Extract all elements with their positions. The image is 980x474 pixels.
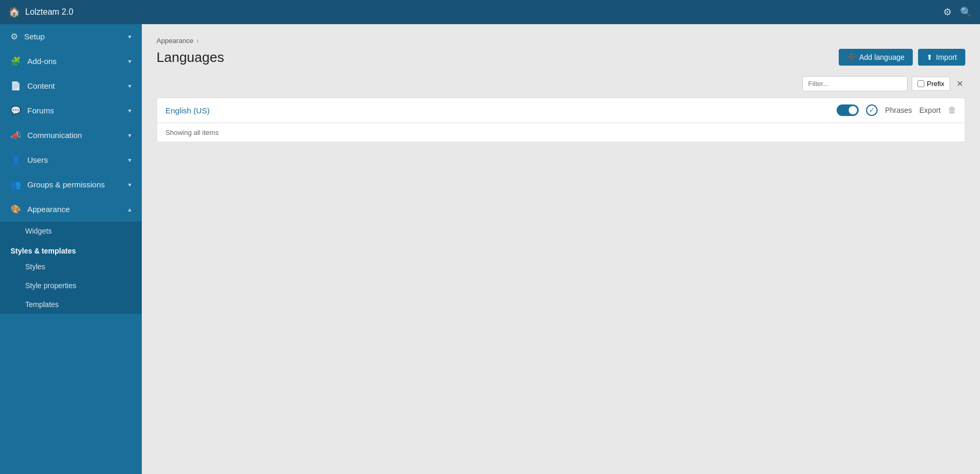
setup-icon: ⚙ (11, 31, 18, 41)
home-icon[interactable]: 🏠 (8, 6, 20, 18)
prefix-label: Prefix (927, 80, 944, 88)
sidebar-item-setup[interactable]: ⚙ Setup ▾ (0, 24, 142, 49)
language-toggle-en-us[interactable] (837, 104, 859, 116)
chevron-addons: ▾ (128, 58, 131, 65)
prefix-checkbox[interactable] (918, 80, 924, 87)
filter-clear-button[interactable]: ✕ (954, 79, 965, 89)
sidebar-label-communication: Communication (27, 131, 82, 140)
sidebar-label-addons: Add-ons (27, 57, 57, 66)
chevron-appearance: ▴ (128, 206, 131, 213)
sidebar: ⚙ Setup ▾ 🧩 Add-ons ▾ 📄 Content ▾ 💬 (0, 24, 142, 474)
breadcrumb-separator: › (196, 37, 199, 45)
content-icon: 📄 (11, 81, 21, 91)
sidebar-label-setup: Setup (24, 32, 45, 41)
groups-icon: 👥 (11, 180, 21, 189)
communication-icon: 📣 (11, 130, 21, 140)
lang-row-actions: ✓ Phrases Export 🗑 (837, 104, 956, 116)
chevron-communication: ▾ (128, 132, 131, 139)
sidebar-item-content[interactable]: 📄 Content ▾ (0, 73, 142, 98)
language-phrases-link[interactable]: Phrases (885, 106, 912, 114)
page-header: Languages ➕ Add language ⬆ Import (157, 49, 965, 66)
filter-input-wrap (802, 76, 908, 91)
table-row: English (US) ✓ Phrases Export (157, 98, 965, 123)
language-export-link[interactable]: Export (920, 106, 941, 114)
sidebar-item-forums[interactable]: 💬 Forums ▾ (0, 98, 142, 123)
header-actions: ➕ Add language ⬆ Import (839, 49, 965, 66)
sidebar-sub-item-templates[interactable]: Templates (0, 295, 142, 314)
filter-input[interactable] (802, 76, 908, 91)
app-title: Lolzteam 2.0 (25, 7, 74, 17)
addons-icon: 🧩 (11, 56, 21, 66)
sidebar-sub-section-styles-templates: Styles & templates (0, 240, 142, 257)
sidebar-item-appearance[interactable]: 🎨 Appearance ▴ (0, 197, 142, 222)
topbar: 🏠 Lolzteam 2.0 ⚙ 🔍 (0, 0, 980, 24)
forums-icon: 💬 (11, 106, 21, 115)
page-title: Languages (157, 49, 224, 66)
import-icon: ⬆ (926, 53, 933, 61)
chevron-forums: ▾ (128, 107, 131, 114)
topbar-right: ⚙ 🔍 (943, 6, 972, 18)
search-icon[interactable]: 🔍 (960, 6, 972, 18)
chevron-content: ▾ (128, 82, 131, 90)
sidebar-label-forums: Forums (27, 106, 54, 115)
add-language-button[interactable]: ➕ Add language (839, 49, 913, 66)
settings-icon[interactable]: ⚙ (943, 6, 952, 18)
appearance-icon: 🎨 (11, 204, 21, 214)
language-default-check[interactable]: ✓ (866, 104, 878, 116)
main-content: Appearance › Languages ➕ Add language ⬆ … (142, 24, 980, 474)
chevron-groups: ▾ (128, 181, 131, 188)
sidebar-label-users: Users (27, 155, 48, 164)
breadcrumb-parent[interactable]: Appearance (157, 37, 193, 45)
sidebar-sub-item-style-properties[interactable]: Style properties (0, 276, 142, 295)
prefix-checkbox-wrap[interactable]: Prefix (912, 77, 950, 91)
languages-table: English (US) ✓ Phrases Export (157, 98, 965, 142)
sidebar-sub-item-styles[interactable]: Styles (0, 257, 142, 276)
chevron-users: ▾ (128, 156, 131, 164)
breadcrumb: Appearance › (157, 37, 965, 45)
sidebar-sub-item-widgets[interactable]: Widgets (0, 222, 142, 240)
appearance-submenu: Widgets Styles & templates Styles Style … (0, 222, 142, 314)
sidebar-item-addons[interactable]: 🧩 Add-ons ▾ (0, 49, 142, 73)
sidebar-item-groups[interactable]: 👥 Groups & permissions ▾ (0, 172, 142, 197)
import-button[interactable]: ⬆ Import (918, 49, 965, 66)
sidebar-label-groups: Groups & permissions (27, 180, 105, 189)
filter-bar: Prefix ✕ (157, 76, 965, 91)
showing-all-items-label: Showing all items (157, 123, 965, 142)
users-icon: 👤 (11, 155, 21, 165)
language-delete-button[interactable]: 🗑 (948, 106, 956, 115)
topbar-left: 🏠 Lolzteam 2.0 (8, 6, 74, 18)
toggle-slider (837, 104, 859, 116)
sidebar-item-users[interactable]: 👤 Users ▾ (0, 148, 142, 172)
language-name-en-us[interactable]: English (US) (165, 106, 830, 115)
chevron-setup: ▾ (128, 33, 131, 40)
sidebar-item-communication[interactable]: 📣 Communication ▾ (0, 123, 142, 148)
sidebar-label-content: Content (27, 81, 55, 90)
check-icon: ✓ (869, 107, 874, 114)
sidebar-label-appearance: Appearance (27, 205, 70, 214)
add-language-icon: ➕ (847, 53, 856, 61)
main-layout: ⚙ Setup ▾ 🧩 Add-ons ▾ 📄 Content ▾ 💬 (0, 24, 980, 474)
